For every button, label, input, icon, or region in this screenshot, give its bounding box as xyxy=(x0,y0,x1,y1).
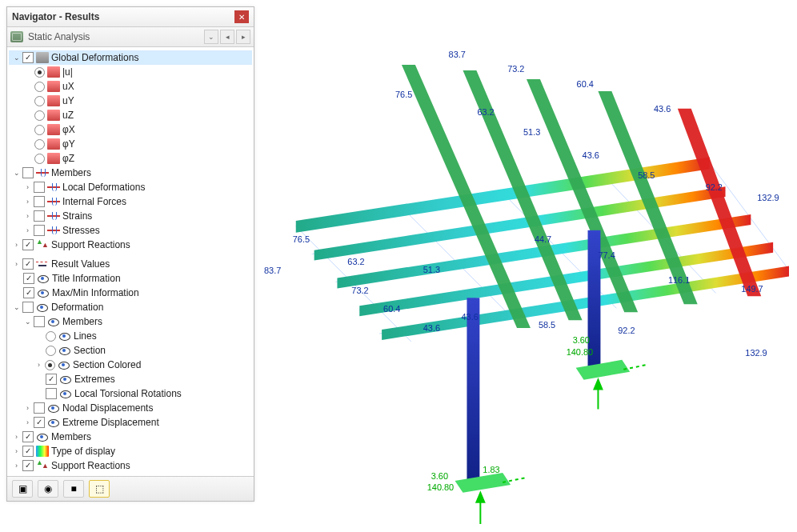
tree-item-deformation[interactable]: ⌄Deformation xyxy=(9,300,252,314)
radio[interactable] xyxy=(34,110,45,121)
expand-icon[interactable]: › xyxy=(23,183,32,192)
tree-item-maxmin-info[interactable]: Max/Min Information xyxy=(9,286,252,300)
radio[interactable] xyxy=(34,96,45,106)
expand-icon[interactable]: › xyxy=(12,447,21,456)
checkbox[interactable] xyxy=(22,167,34,178)
expand-icon[interactable]: › xyxy=(12,433,21,442)
radio[interactable] xyxy=(46,346,56,356)
tree-item-section-colored[interactable]: ›Section Colored xyxy=(9,358,252,372)
checkbox[interactable] xyxy=(22,239,34,250)
tree-item-extreme-disp[interactable]: ›Extreme Displacement xyxy=(9,415,252,430)
radio[interactable] xyxy=(34,139,45,150)
tree-item-def-members[interactable]: ⌄Members xyxy=(9,314,252,329)
tree-item-local-deformations[interactable]: ›Local Deformations xyxy=(9,180,252,194)
visibility-button[interactable]: ◉ xyxy=(38,480,58,498)
tree-item-support-reactions2[interactable]: ›Support Reactions xyxy=(9,458,252,473)
svg-text:51.3: 51.3 xyxy=(423,265,440,274)
tree-item-global-deformations[interactable]: ⌄ Global Deformations xyxy=(9,50,252,65)
svg-marker-25 xyxy=(476,493,484,502)
expand-icon[interactable]: ⌄ xyxy=(12,303,21,312)
checkbox[interactable] xyxy=(34,196,45,207)
checkbox[interactable] xyxy=(34,402,45,414)
tree-item-extremes[interactable]: Extremes xyxy=(9,372,252,386)
expand-icon[interactable]: › xyxy=(23,404,32,413)
svg-text:3.60: 3.60 xyxy=(431,471,448,481)
checkbox[interactable] xyxy=(23,287,34,298)
results-view-button[interactable]: ⬚ xyxy=(89,480,110,498)
tree-item-phix[interactable]: φX xyxy=(9,122,252,137)
analysis-toolbar: Static Analysis ⌄ ◂ ▸ xyxy=(7,27,254,47)
expand-icon[interactable]: › xyxy=(12,260,21,269)
expand-icon[interactable]: › xyxy=(23,226,32,235)
checkbox[interactable] xyxy=(22,52,34,63)
svg-text:3.60: 3.60 xyxy=(573,335,590,345)
tree-item-type-display[interactable]: ›Type of display xyxy=(9,444,252,458)
expand-icon[interactable]: › xyxy=(34,361,43,370)
beam-icon xyxy=(47,95,60,106)
tree-item-members2[interactable]: ›Members xyxy=(9,430,252,444)
checkbox[interactable] xyxy=(34,210,45,222)
radio[interactable] xyxy=(34,82,45,92)
tree-item-ux[interactable]: uX xyxy=(9,79,252,94)
tree-item-result-values[interactable]: ›Result Values xyxy=(9,257,252,271)
svg-text:77.4: 77.4 xyxy=(598,250,615,260)
radio[interactable] xyxy=(34,67,45,78)
checkbox[interactable] xyxy=(34,225,45,236)
tree-item-support-reactions[interactable]: ›Support Reactions xyxy=(9,238,252,252)
eye-icon xyxy=(47,417,60,428)
checkbox[interactable] xyxy=(22,446,34,457)
tree-item-title-info[interactable]: Title Information xyxy=(9,271,252,286)
expand-icon[interactable]: ⌄ xyxy=(12,54,21,62)
tree-item-phiy[interactable]: φY xyxy=(9,137,252,151)
svg-text:63.2: 63.2 xyxy=(477,107,494,117)
svg-text:58.5: 58.5 xyxy=(638,170,655,180)
svg-text:116.1: 116.1 xyxy=(668,275,690,285)
radio[interactable] xyxy=(34,154,45,164)
checkbox[interactable] xyxy=(34,316,45,327)
radio[interactable] xyxy=(46,331,56,342)
checkbox[interactable] xyxy=(22,302,34,313)
tree-item-lines[interactable]: Lines xyxy=(9,329,252,343)
tree-item-members[interactable]: ⌄Members xyxy=(9,166,252,180)
checkbox[interactable] xyxy=(22,258,34,270)
radio[interactable] xyxy=(34,125,45,135)
checkbox[interactable] xyxy=(34,182,45,193)
tree-item-u[interactable]: |u| xyxy=(9,65,252,79)
beam-icon xyxy=(47,66,60,78)
panel-title: Navigator - Results xyxy=(12,11,99,22)
analysis-type-selector[interactable]: Static Analysis xyxy=(28,31,202,42)
checkbox[interactable] xyxy=(46,388,57,399)
dropdown-button[interactable]: ⌄ xyxy=(204,30,218,44)
beam-icon xyxy=(36,52,49,63)
close-button[interactable]: ✕ xyxy=(234,10,249,23)
tree-item-section[interactable]: Section xyxy=(9,343,252,358)
tree-item-local-torsional[interactable]: Local Torsional Rotations xyxy=(9,386,252,401)
expand-icon[interactable]: ⌄ xyxy=(23,318,32,326)
expand-icon[interactable]: › xyxy=(23,198,32,206)
svg-marker-23 xyxy=(576,360,631,380)
layers-button[interactable]: ▣ xyxy=(12,480,33,498)
3d-viewport[interactable]: 83.7 73.2 60.4 43.6 76.5 63.2 51.3 43.6 … xyxy=(264,24,789,524)
tree-item-uz[interactable]: uZ xyxy=(9,108,252,122)
svg-text:58.5: 58.5 xyxy=(539,320,555,330)
radio[interactable] xyxy=(45,360,55,370)
expand-icon[interactable]: › xyxy=(23,418,32,427)
checkbox[interactable] xyxy=(46,374,57,385)
checkbox[interactable] xyxy=(23,273,34,284)
tree-item-nodal-disp[interactable]: ›Nodal Displacements xyxy=(9,401,252,415)
expand-icon[interactable]: › xyxy=(23,212,32,221)
camera-button[interactable]: ■ xyxy=(63,480,84,498)
prev-button[interactable]: ◂ xyxy=(220,30,234,44)
checkbox[interactable] xyxy=(22,460,34,471)
tree-item-stresses[interactable]: ›Stresses xyxy=(9,223,252,238)
tree-item-strains[interactable]: ›Strains xyxy=(9,209,252,223)
checkbox[interactable] xyxy=(34,417,45,428)
next-button[interactable]: ▸ xyxy=(236,30,250,44)
tree-item-phiz[interactable]: φZ xyxy=(9,151,252,166)
tree-item-internal-forces[interactable]: ›Internal Forces xyxy=(9,194,252,209)
expand-icon[interactable]: ⌄ xyxy=(12,169,21,178)
checkbox[interactable] xyxy=(22,431,34,442)
tree-item-uy[interactable]: uY xyxy=(9,94,252,108)
expand-icon[interactable]: › xyxy=(12,462,21,470)
expand-icon[interactable]: › xyxy=(12,241,21,250)
